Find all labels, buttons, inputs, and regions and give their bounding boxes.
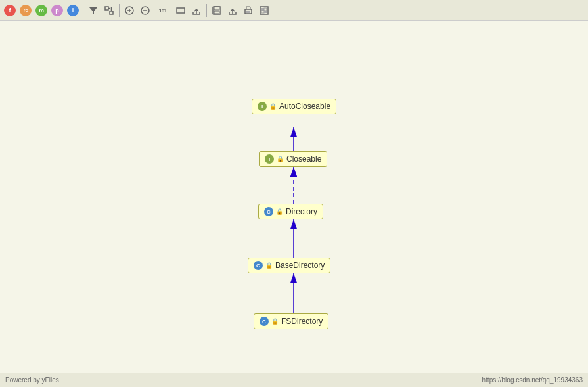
node-label-closeable: Closeable [286, 154, 321, 164]
interface-badge-autocloseable: I [258, 102, 267, 111]
svg-rect-21 [261, 11, 264, 13]
diagram-canvas[interactable]: I 🔒 AutoCloseable I 🔒 Closeable C 🔒 Dire… [0, 21, 588, 376]
svg-rect-14 [214, 11, 219, 14]
p-button[interactable]: p [50, 3, 64, 18]
node-label-directory: Directory [286, 207, 317, 216]
f-button[interactable]: f [3, 3, 17, 18]
print-btn[interactable] [241, 3, 256, 18]
rc-button[interactable]: rc [18, 3, 33, 18]
svg-rect-2 [110, 11, 113, 14]
svg-rect-17 [246, 11, 250, 13]
lock-icon-fsdirectory: 🔒 [271, 318, 279, 325]
overview-btn[interactable] [257, 3, 271, 18]
lock-icon-closeable: 🔒 [277, 156, 284, 162]
svg-rect-19 [261, 8, 264, 11]
node-label-basedirectory: BaseDirectory [275, 261, 325, 270]
svg-rect-10 [177, 8, 185, 13]
i-button[interactable]: i [66, 3, 80, 18]
separator-3 [206, 4, 207, 17]
node-fsdirectory[interactable]: C 🔒 FSDirectory [254, 313, 328, 329]
transform-btn[interactable] [102, 3, 116, 18]
save-btn[interactable] [210, 3, 224, 18]
class-badge-directory: C [264, 207, 273, 216]
footer-left: Powered by yFiles [5, 376, 59, 384]
open-btn[interactable] [225, 3, 240, 18]
class-badge-basedirectory: C [254, 261, 263, 270]
toolbar: f rc m p i 1:1 [0, 0, 588, 21]
lock-icon-basedirectory: 🔒 [265, 262, 273, 269]
class-badge-fsdirectory: C [260, 317, 269, 326]
m-button[interactable]: m [34, 3, 49, 18]
footer-right: https://blog.csdn.net/qq_19934363 [482, 376, 583, 384]
zoom-in-btn[interactable] [122, 3, 137, 18]
node-label-autocloseable: AutoCloseable [279, 102, 330, 111]
svg-rect-1 [105, 7, 108, 10]
zoom-out-btn[interactable] [138, 3, 152, 18]
footer: Powered by yFiles https://blog.csdn.net/… [0, 373, 588, 387]
interface-badge-closeable: I [265, 154, 274, 164]
separator-1 [83, 4, 83, 17]
node-directory[interactable]: C 🔒 Directory [258, 204, 323, 219]
filter-btn[interactable] [86, 3, 101, 18]
export2-btn[interactable] [189, 3, 204, 18]
lock-icon-autocloseable: 🔒 [269, 103, 277, 110]
rect-btn[interactable] [173, 3, 188, 18]
node-autocloseable[interactable]: I 🔒 AutoCloseable [252, 99, 336, 114]
fit-btn[interactable]: 1:1 [154, 3, 172, 18]
node-closeable[interactable]: I 🔒 Closeable [259, 151, 327, 167]
svg-rect-22 [264, 11, 267, 13]
svg-rect-20 [264, 8, 267, 11]
node-basedirectory[interactable]: C 🔒 BaseDirectory [248, 258, 330, 273]
node-label-fsdirectory: FSDirectory [281, 317, 323, 326]
svg-marker-0 [89, 7, 97, 14]
lock-icon-directory: 🔒 [276, 208, 283, 215]
separator-2 [119, 4, 120, 17]
